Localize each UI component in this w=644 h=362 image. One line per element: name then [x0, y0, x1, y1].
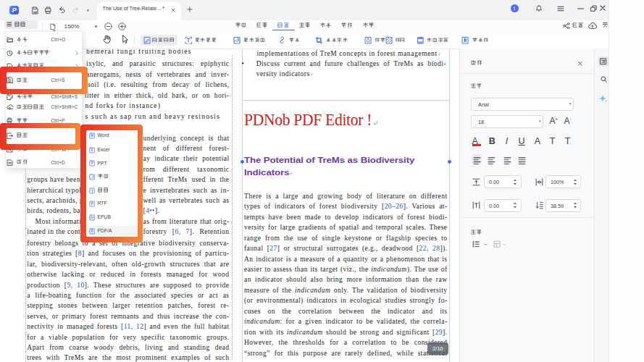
svg-text:R: R	[91, 202, 93, 206]
svg-text:E: E	[91, 148, 93, 152]
svg-text:W: W	[91, 135, 94, 138]
svg-text:EP: EP	[91, 216, 94, 219]
svg-text:P: P	[91, 162, 93, 166]
svg-text:R: R	[91, 230, 93, 233]
svg-text:T: T	[91, 188, 93, 193]
